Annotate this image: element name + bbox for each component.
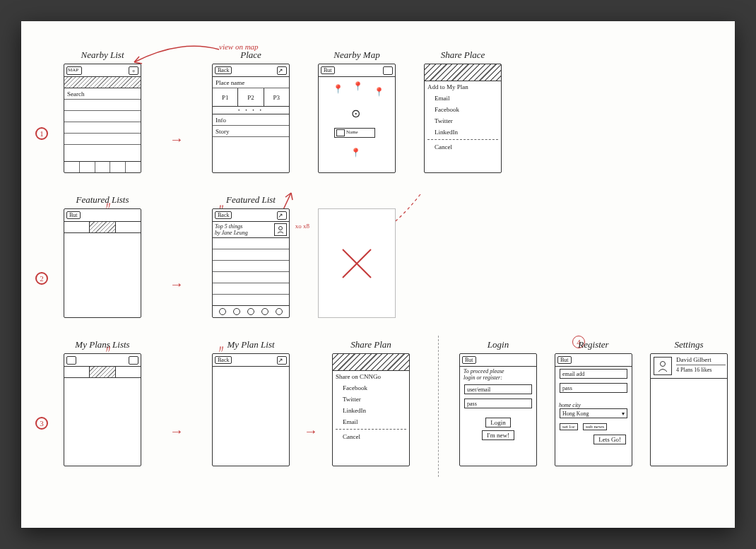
- share-button[interactable]: ↗: [277, 211, 287, 220]
- screen-nearby-map: Nearby Map But 📍 📍 📍 ⊙ Name 📍: [318, 49, 396, 173]
- list-item[interactable]: [213, 272, 289, 283]
- corner-button[interactable]: [383, 66, 393, 75]
- search-row[interactable]: Search: [64, 88, 141, 100]
- list-item[interactable]: [213, 238, 289, 249]
- dropdown-icon: ▾: [622, 411, 625, 417]
- back-button[interactable]: Back: [215, 66, 232, 74]
- title-settings: Settings: [674, 339, 703, 350]
- title-share-plan: Share Plan: [350, 339, 391, 350]
- share-item-email[interactable]: Email: [333, 416, 409, 427]
- place-name-row: Place name: [213, 77, 289, 88]
- share-item-facebook[interactable]: Facebook: [425, 104, 501, 115]
- cancel-button[interactable]: Cancel: [425, 141, 501, 153]
- list-header-line2: by Jane Leung: [215, 230, 248, 236]
- city-value: Hong Kong: [562, 411, 589, 417]
- title-share-place: Share Place: [441, 49, 485, 61]
- list-item[interactable]: [213, 261, 289, 272]
- corner-button[interactable]: [66, 356, 76, 365]
- screen-share-place: Share Place Add to My Plan Email Faceboo…: [424, 49, 502, 173]
- tab-selector[interactable]: [64, 367, 141, 378]
- share-item-add[interactable]: Add to My Plan: [425, 81, 501, 93]
- svg-point-0: [279, 227, 283, 230]
- badge-xo: xo x8: [295, 223, 309, 230]
- list-item[interactable]: [64, 122, 141, 134]
- pass-field[interactable]: pass: [560, 383, 627, 393]
- photo-1[interactable]: P1: [213, 88, 238, 106]
- back-button[interactable]: Back: [215, 211, 232, 219]
- share-button[interactable]: ↗: [277, 356, 287, 365]
- share-item-linkedin[interactable]: LinkedIn: [333, 405, 409, 416]
- list-item[interactable]: [64, 100, 141, 111]
- prompt-line2: login or register:: [463, 374, 502, 381]
- topbar: Back ↗: [213, 64, 289, 77]
- topbar: But: [319, 64, 395, 77]
- map-canvas[interactable]: 📍 📍 📍 ⊙ Name 📍: [319, 77, 395, 172]
- screen-my-plans-lists: My Plans Lists: [64, 339, 141, 466]
- map-callout[interactable]: Name: [334, 128, 375, 138]
- lets-go-button[interactable]: Lets Go!: [593, 435, 626, 444]
- topbar: But: [555, 354, 632, 367]
- back-button[interactable]: But: [462, 356, 476, 364]
- map-pin-center-icon[interactable]: ⊙: [351, 107, 360, 120]
- share-item-twitter[interactable]: Twitter: [333, 394, 409, 405]
- login-button[interactable]: Login: [485, 418, 511, 427]
- list-item[interactable]: [64, 134, 141, 145]
- title-my-plans-lists: My Plans Lists: [75, 339, 129, 350]
- topbar: But: [460, 354, 536, 367]
- login-prompt: To proceed please login or register:: [460, 367, 536, 382]
- photo-3[interactable]: P3: [264, 88, 289, 106]
- screen-place: Place Back ↗ Place name P1 P2 P3 • • • •…: [212, 49, 290, 173]
- list-item[interactable]: [213, 283, 289, 295]
- arrow-icon: →: [170, 423, 184, 439]
- map-button[interactable]: MAP: [66, 66, 82, 75]
- list-item[interactable]: [64, 111, 141, 122]
- share-header: [333, 354, 409, 371]
- arrow-icon: →: [170, 276, 184, 293]
- page-circles[interactable]: [213, 305, 289, 317]
- screen-login: Login But To proceed please login or reg…: [459, 339, 537, 466]
- photo-row[interactable]: P1 P2 P3: [213, 88, 289, 107]
- screen-featured-list: Featured List Back ↗ Top 5 things by Jan…: [212, 194, 290, 318]
- arrow-icon: →: [304, 423, 318, 439]
- back-button[interactable]: Back: [215, 356, 232, 364]
- share-item-email[interactable]: Email: [425, 93, 501, 104]
- story-row[interactable]: Story: [213, 126, 289, 137]
- share-header-label: Share on CNNGo: [333, 371, 409, 382]
- map-pin-icon[interactable]: 📍: [353, 81, 363, 92]
- share-item-linkedin[interactable]: LinkedIn: [425, 126, 501, 138]
- settings-body: [651, 379, 727, 466]
- info-row[interactable]: Info: [213, 114, 289, 126]
- user-field[interactable]: user/email: [464, 384, 532, 394]
- back-button[interactable]: But: [321, 66, 335, 74]
- row-marker-1: 1: [35, 127, 48, 140]
- city-field[interactable]: Hong Kong ▾: [560, 408, 627, 418]
- set-loc-button[interactable]: set loc: [560, 423, 578, 430]
- city-label: home city: [555, 401, 632, 408]
- screen-settings: Settings David Gilbert 4 Plans 16 likes: [650, 339, 728, 466]
- tabbar[interactable]: [64, 161, 141, 172]
- separator: [427, 139, 498, 140]
- email-field[interactable]: email add: [560, 369, 627, 379]
- list-body: [64, 233, 141, 317]
- back-button[interactable]: But: [66, 211, 81, 219]
- cancel-button[interactable]: Cancel: [333, 431, 409, 442]
- share-item-twitter[interactable]: Twitter: [425, 115, 501, 126]
- map-pin-icon[interactable]: 📍: [374, 87, 384, 98]
- add-button[interactable]: +: [129, 66, 138, 75]
- share-button[interactable]: ↗: [277, 66, 287, 75]
- screen-nearby-list: Nearby List MAP + Search: [64, 49, 141, 173]
- back-button[interactable]: But: [557, 356, 572, 364]
- map-pin-icon[interactable]: 📍: [350, 148, 361, 158]
- corner-button[interactable]: [129, 356, 138, 365]
- im-new-button[interactable]: I'm new!: [482, 430, 514, 440]
- share-item-facebook[interactable]: Facebook: [333, 382, 409, 394]
- sub-news-button[interactable]: sub news: [583, 423, 607, 430]
- svg-point-1: [661, 362, 666, 367]
- tab-selector[interactable]: [64, 222, 141, 233]
- share-header: [425, 64, 501, 81]
- list-item[interactable]: [213, 249, 289, 261]
- photo-2[interactable]: P2: [238, 88, 264, 106]
- title-my-plan-list: My Plan List: [227, 339, 274, 350]
- map-pin-icon[interactable]: 📍: [333, 84, 343, 95]
- pass-field[interactable]: pass: [464, 399, 532, 408]
